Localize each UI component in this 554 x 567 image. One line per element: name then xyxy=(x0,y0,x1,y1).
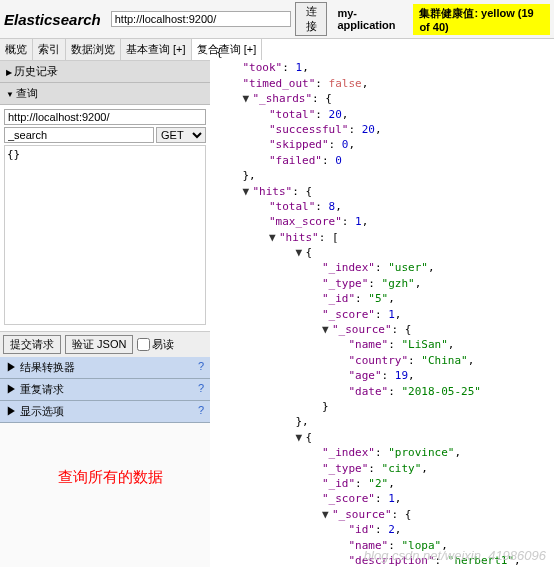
pretty-checkbox[interactable] xyxy=(137,338,150,351)
http-method-select[interactable]: GET xyxy=(156,127,206,143)
cluster-url-input[interactable] xyxy=(111,11,291,27)
tab-overview[interactable]: 概览 xyxy=(0,39,33,60)
tab-basic-query[interactable]: 基本查询 [+] xyxy=(121,39,192,60)
tab-browse[interactable]: 数据浏览 xyxy=(66,39,121,60)
validate-json-button[interactable]: 验证 JSON xyxy=(65,335,133,354)
caption-text: 查询所有的数据 xyxy=(50,460,171,495)
accordion-transformer[interactable]: ▶ 结果转换器? xyxy=(0,357,210,379)
query-url-input[interactable] xyxy=(4,109,206,125)
app-name: my-application xyxy=(331,7,409,31)
pretty-checkbox-label[interactable]: 易读 xyxy=(137,337,174,352)
logo: Elasticsearch xyxy=(4,11,107,28)
request-body-input[interactable]: {} xyxy=(4,145,206,325)
submit-button[interactable]: 提交请求 xyxy=(3,335,61,354)
query-path-input[interactable] xyxy=(4,127,154,143)
watermark: blog.csdn.net/weixin_41986096 xyxy=(364,548,546,563)
accordion-display[interactable]: ▶ 显示选项? xyxy=(0,401,210,423)
cluster-health-badge: 集群健康值: yellow (19 of 40) xyxy=(413,4,550,35)
response-panel: { "took": 1, "timed_out": false, ▼ "_sha… xyxy=(210,39,554,567)
connect-button[interactable]: 连接 xyxy=(295,2,328,36)
main-tabs: 概览 索引 数据浏览 基本查询 [+] 复合查询 [+] xyxy=(0,39,210,61)
accordion-repeat[interactable]: ▶ 重复请求? xyxy=(0,379,210,401)
tab-indices[interactable]: 索引 xyxy=(33,39,66,60)
section-history[interactable]: 历史记录 xyxy=(0,61,210,83)
section-query[interactable]: 查询 xyxy=(0,83,210,105)
